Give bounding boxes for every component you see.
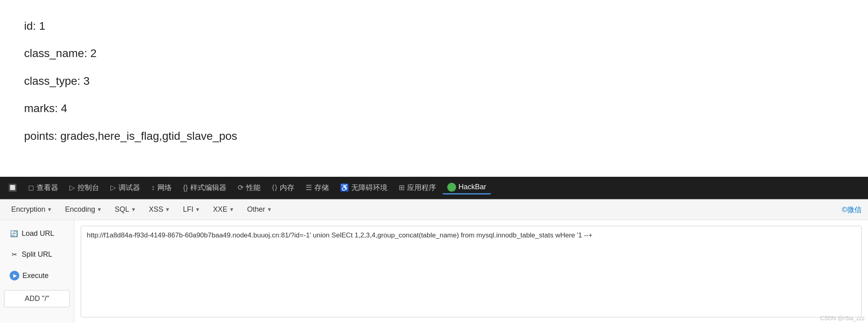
url-input[interactable]: http://f1a8d84a-f93d-4149-867b-60a90b7ba… bbox=[81, 226, 862, 317]
devtools-item-viewer[interactable]: ◻ 查看器 bbox=[23, 181, 63, 194]
csdn-watermark: CSDN @rSia_zzz bbox=[820, 315, 865, 321]
split-url-icon: ✂ bbox=[10, 250, 18, 259]
load-url-button[interactable]: 🔄 Load URL bbox=[4, 225, 70, 242]
hackbar-brand: ©微信 bbox=[842, 205, 862, 215]
split-url-label: Split URL bbox=[22, 250, 52, 259]
debugger-icon: ▷ bbox=[110, 183, 116, 192]
devtools-item-storage-label: 存储 bbox=[314, 183, 329, 192]
execute-button[interactable]: Execute bbox=[4, 267, 70, 284]
devtools-item-style-editor[interactable]: {} 样式编辑器 bbox=[178, 181, 231, 194]
devtools-item-network-label: 网络 bbox=[157, 183, 172, 192]
hackbar-menu-sql[interactable]: SQL ▼ bbox=[110, 203, 141, 216]
hackbar-main: 🔄 Load URL ✂ Split URL Execute ADD "/" h… bbox=[0, 220, 868, 323]
inspector-icon: 🔲 bbox=[8, 183, 17, 192]
xss-arrow-icon: ▼ bbox=[165, 206, 170, 213]
devtools-item-storage[interactable]: ☰ 存储 bbox=[301, 181, 334, 194]
encoding-label: Encoding bbox=[65, 205, 95, 214]
devtools-item-debugger[interactable]: ▷ 调试器 bbox=[106, 181, 145, 194]
devtools-item-console-label: 控制台 bbox=[77, 183, 99, 192]
content-line3: class_type: 3 bbox=[24, 71, 844, 91]
devtools-item-hackbar[interactable]: HackBar bbox=[442, 181, 491, 194]
hackbar-menu-xxe[interactable]: XXE ▼ bbox=[208, 203, 239, 216]
hackbar-menu-other[interactable]: Other ▼ bbox=[242, 203, 277, 216]
application-icon: ⊞ bbox=[399, 183, 405, 192]
devtools-item-application-label: 应用程序 bbox=[407, 183, 436, 192]
load-url-label: Load URL bbox=[22, 229, 54, 238]
content-line2: class_name: 2 bbox=[24, 43, 844, 63]
performance-icon: ⟳ bbox=[238, 183, 244, 192]
encryption-arrow-icon: ▼ bbox=[47, 206, 52, 213]
hackbar-menu-encryption[interactable]: Encryption ▼ bbox=[6, 203, 57, 216]
network-icon: ↕ bbox=[151, 184, 155, 192]
add-slash-button[interactable]: ADD "/" bbox=[4, 290, 70, 307]
devtools-inspector-icon[interactable]: 🔲 bbox=[3, 182, 22, 194]
split-url-button[interactable]: ✂ Split URL bbox=[4, 246, 70, 263]
devtools-item-accessibility-label: 无障碍环境 bbox=[351, 183, 387, 192]
viewer-icon: ◻ bbox=[28, 183, 34, 192]
devtools-item-application[interactable]: ⊞ 应用程序 bbox=[394, 181, 441, 194]
hackbar-toolbar: Encryption ▼ Encoding ▼ SQL ▼ XSS ▼ LFI … bbox=[0, 199, 868, 220]
devtools-item-style-editor-label: 样式编辑器 bbox=[190, 183, 226, 192]
hackbar-left-panel: 🔄 Load URL ✂ Split URL Execute ADD "/" bbox=[0, 220, 74, 323]
devtools-item-performance[interactable]: ⟳ 性能 bbox=[233, 181, 265, 194]
sql-label: SQL bbox=[115, 205, 129, 214]
style-editor-icon: {} bbox=[183, 184, 188, 192]
sql-arrow-icon: ▼ bbox=[131, 206, 136, 213]
hackbar-menu-lfi[interactable]: LFI ▼ bbox=[178, 203, 205, 216]
other-arrow-icon: ▼ bbox=[267, 206, 272, 213]
console-icon: ▷ bbox=[69, 183, 75, 192]
devtools-item-network[interactable]: ↕ 网络 bbox=[147, 181, 177, 194]
lfi-label: LFI bbox=[183, 205, 194, 214]
lfi-arrow-icon: ▼ bbox=[195, 206, 200, 213]
devtools-item-accessibility[interactable]: ♿ 无障碍环境 bbox=[335, 181, 392, 194]
devtools-bar: 🔲 ◻ 查看器 ▷ 控制台 ▷ 调试器 ↕ 网络 {} 样式编辑器 ⟳ 性能 ⟨… bbox=[0, 177, 868, 199]
content-area: id: 1 class_name: 2 class_type: 3 marks:… bbox=[0, 0, 868, 177]
content-line4: marks: 4 bbox=[24, 98, 844, 119]
play-icon bbox=[10, 271, 19, 280]
hackbar-right-panel: http://f1a8d84a-f93d-4149-867b-60a90b7ba… bbox=[74, 220, 868, 323]
accessibility-icon: ♿ bbox=[340, 183, 349, 192]
hackbar-menu-encoding[interactable]: Encoding ▼ bbox=[60, 203, 107, 216]
content-line1: id: 1 bbox=[24, 16, 844, 36]
xxe-label: XXE bbox=[213, 205, 228, 214]
encoding-arrow-icon: ▼ bbox=[97, 206, 102, 213]
xxe-arrow-icon: ▼ bbox=[229, 206, 234, 213]
execute-label: Execute bbox=[22, 272, 49, 280]
hackbar-icon bbox=[447, 183, 456, 192]
xss-label: XSS bbox=[149, 205, 163, 214]
devtools-item-memory[interactable]: ⟨⟩ 内存 bbox=[267, 181, 299, 194]
add-slash-label: ADD "/" bbox=[25, 294, 49, 303]
memory-icon: ⟨⟩ bbox=[272, 183, 277, 192]
storage-icon: ☰ bbox=[306, 183, 312, 192]
other-label: Other bbox=[247, 205, 265, 214]
devtools-item-memory-label: 内存 bbox=[280, 183, 294, 192]
devtools-item-performance-label: 性能 bbox=[246, 183, 261, 192]
devtools-item-hackbar-label: HackBar bbox=[458, 183, 486, 191]
devtools-item-console[interactable]: ▷ 控制台 bbox=[65, 181, 104, 194]
encryption-label: Encryption bbox=[11, 205, 45, 214]
devtools-item-debugger-label: 调试器 bbox=[118, 183, 140, 192]
content-line5: points: grades,here_is_flag,gtid_slave_p… bbox=[24, 126, 844, 146]
hackbar-menu-xss[interactable]: XSS ▼ bbox=[144, 203, 175, 216]
load-url-icon: 🔄 bbox=[10, 229, 18, 238]
devtools-item-viewer-label: 查看器 bbox=[37, 183, 58, 192]
